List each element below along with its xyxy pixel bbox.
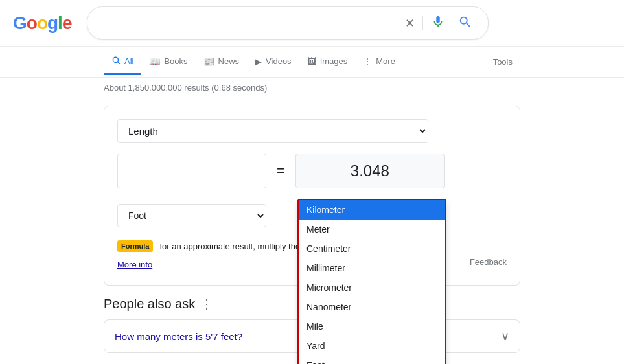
search-input[interactable]: feet to m [98, 17, 405, 29]
equals-sign: = [277, 163, 285, 179]
results-summary: About 1,850,000,000 results (0.68 second… [0, 78, 624, 98]
tab-books[interactable]: 📖 Books [141, 50, 195, 75]
images-icon: 🖼 [307, 56, 316, 67]
tab-videos[interactable]: ▶ Videos [247, 50, 299, 75]
dropdown-option-yard[interactable]: Yard [299, 336, 445, 356]
tab-images[interactable]: 🖼 Images [299, 50, 356, 75]
tab-more[interactable]: ⋮ More [355, 50, 403, 75]
svg-point-0 [113, 57, 118, 62]
converter-card: Length 10 = 3.048 Foot Inch Meter Kilome… [104, 106, 520, 286]
nav-tabs: All 📖 Books 📰 News ▶ Videos 🖼 Images ⋮ M… [0, 47, 624, 78]
dropdown-option-meter[interactable]: Meter [299, 220, 445, 239]
header: Google feet to m ✕ [0, 0, 624, 47]
paa-heading: People also ask [104, 297, 195, 312]
from-unit-select[interactable]: Foot Inch Meter Kilometer [117, 204, 266, 227]
more-icon: ⋮ [363, 56, 372, 67]
dropdown-option-kilometer[interactable]: Kilometer [299, 200, 445, 220]
dropdown-option-foot[interactable]: Foot [299, 356, 445, 364]
news-icon: 📰 [203, 56, 214, 67]
tools-button[interactable]: Tools [485, 51, 520, 73]
clear-icon[interactable]: ✕ [405, 16, 415, 30]
search-bar: feet to m ✕ [87, 6, 489, 40]
logo-letter-g: G [13, 13, 27, 33]
books-icon: 📖 [149, 56, 160, 67]
unit-dropdown: Kilometer Meter Centimeter Millimeter Mi… [297, 200, 446, 364]
feedback-link[interactable]: Feedback [470, 257, 507, 272]
logo-letter-o1: o [27, 13, 37, 33]
paa-options-icon[interactable]: ⋮ [200, 296, 213, 312]
divider [422, 16, 423, 30]
all-icon [111, 56, 121, 67]
dropdown-option-micrometer[interactable]: Micrometer [299, 278, 445, 297]
dropdown-option-mile[interactable]: Mile [299, 317, 445, 336]
logo-letter-e: e [62, 13, 72, 33]
google-logo: Google [13, 13, 71, 34]
chevron-down-icon: ∨ [501, 329, 509, 343]
to-unit-select-wrap: Meter Kilometer Centimeter Millimeter Mi… [297, 199, 446, 233]
converter-row: 10 = 3.048 [117, 154, 507, 188]
logo-letter-g2: g [47, 13, 58, 33]
tab-all[interactable]: All [104, 49, 141, 75]
tab-news[interactable]: 📰 News [196, 50, 248, 75]
output-value: 3.048 [295, 154, 445, 188]
logo-letter-o2: o [37, 13, 47, 33]
unit-type-select[interactable]: Length [117, 119, 428, 143]
paa-question-text: How many meters is 5'7 feet? [115, 331, 242, 342]
dropdown-option-nanometer[interactable]: Nanometer [299, 297, 445, 317]
input-value[interactable]: 10 [117, 154, 266, 188]
more-info-link[interactable]: More info [117, 257, 152, 272]
svg-line-1 [118, 62, 120, 64]
videos-icon: ▶ [255, 56, 262, 67]
formula-badge: Formula [117, 240, 153, 252]
microphone-icon[interactable] [431, 14, 445, 32]
dropdown-option-centimeter[interactable]: Centimeter [299, 239, 445, 258]
search-button[interactable] [453, 12, 478, 34]
dropdown-option-millimeter[interactable]: Millimeter [299, 258, 445, 278]
unit-selects-row: Foot Inch Meter Kilometer Meter Kilomete… [117, 199, 507, 233]
logo-letter-l: l [58, 13, 62, 33]
